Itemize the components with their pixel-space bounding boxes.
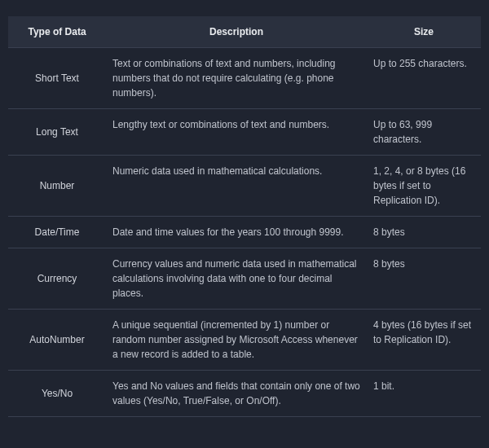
cell-description: A unique sequential (incremented by 1) n… [106,310,367,371]
header-description: Description [106,16,367,48]
header-size: Size [367,16,481,48]
table-header-row: Type of Data Description Size [8,16,481,48]
table-row: Date/Time Date and time values for the y… [8,217,481,248]
table-row: AutoNumber A unique sequential (incremen… [8,310,481,371]
cell-size: Up to 255 characters. [367,48,481,109]
cell-description: Currency values and numeric data used in… [106,248,367,310]
table-row: Currency Currency values and numeric dat… [8,248,481,310]
cell-description: Date and time values for the years 100 t… [106,217,367,248]
table-row: Long Text Lengthy text or combinations o… [8,109,481,156]
cell-description: Lengthy text or combinations of text and… [106,109,367,156]
table-row: Short Text Text or combinations of text … [8,48,481,109]
header-type: Type of Data [8,16,106,48]
cell-type: AutoNumber [8,310,106,371]
cell-description: Yes and No values and fields that contai… [106,371,367,417]
cell-type: Number [8,156,106,217]
cell-size: Up to 63, 999 characters. [367,109,481,156]
cell-size: 4 bytes (16 bytes if set to Replication … [367,310,481,371]
cell-type: Short Text [8,48,106,109]
cell-type: Date/Time [8,217,106,248]
cell-description: Text or combinations of text and numbers… [106,48,367,109]
cell-type: Currency [8,248,106,310]
cell-size: 1 bit. [367,371,481,417]
cell-description: Numeric data used in mathematical calcul… [106,156,367,217]
cell-size: 8 bytes [367,248,481,310]
table-row: Number Numeric data used in mathematical… [8,156,481,217]
cell-size: 1, 2, 4, or 8 bytes (16 bytes if set to … [367,156,481,217]
cell-type: Yes/No [8,371,106,417]
cell-type: Long Text [8,109,106,156]
cell-size: 8 bytes [367,217,481,248]
data-types-table: Type of Data Description Size Short Text… [8,16,481,417]
table-row: Yes/No Yes and No values and fields that… [8,371,481,417]
